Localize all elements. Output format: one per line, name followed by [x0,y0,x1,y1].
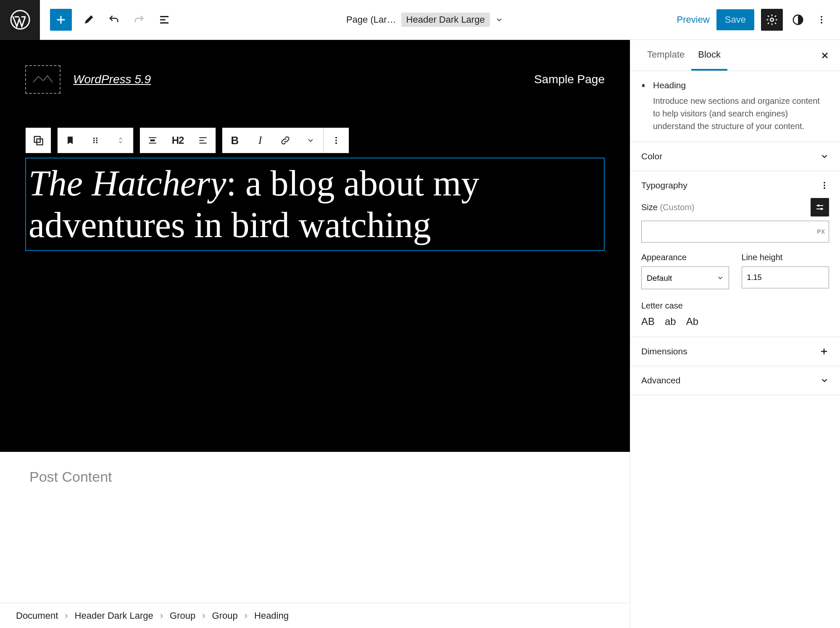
svg-point-16 [335,140,337,141]
font-size-input[interactable] [641,221,829,243]
settings-button[interactable] [761,9,783,31]
close-sidebar-button[interactable] [820,50,830,61]
letter-case-capitalize[interactable]: Ab [686,316,698,327]
list-view-button[interactable] [156,11,173,28]
tab-block[interactable]: Block [691,40,727,71]
align-button[interactable] [140,128,165,153]
svg-point-13 [96,142,97,143]
template-name-badge[interactable]: Header Dark Large [401,13,490,27]
breadcrumb-separator: › [245,610,248,621]
heading-block-selected[interactable]: The Hatchery: a blog about my adventures… [25,158,605,251]
move-up-down-button[interactable] [108,128,133,153]
chevron-up-down-icon [116,135,125,146]
block-more-options-button[interactable] [324,128,349,153]
tab-template[interactable]: Template [640,40,691,71]
header-dark-large-block: WordPress 5.9 Sample Page [0,40,630,452]
dimensions-panel[interactable]: Dimensions [630,337,840,366]
letter-case-lowercase[interactable]: ab [665,316,676,327]
panel-label: Advanced [641,375,680,385]
select-parent-button[interactable] [26,128,51,153]
post-content-block[interactable]: Post Content [0,452,630,502]
svg-point-1 [770,18,774,21]
line-height-label: Line height [742,253,829,262]
pencil-icon [83,14,95,26]
chevron-down-icon [820,376,829,385]
more-vertical-icon [816,15,827,25]
panel-label: Color [641,151,662,161]
preview-button[interactable]: Preview [677,14,710,25]
svg-point-8 [93,137,95,139]
link-button[interactable] [273,128,298,153]
italic-button[interactable]: I [248,128,273,153]
bookmark-icon [65,135,75,145]
advanced-panel[interactable]: Advanced [630,366,840,395]
bookmark-icon [641,80,645,91]
chevron-down-icon [306,136,315,145]
drag-icon [91,136,100,145]
text-align-button[interactable] [190,128,216,153]
edit-mode-button[interactable] [80,11,97,28]
block-info-panel: Heading Introduce new sections and organ… [630,71,840,142]
redo-button[interactable] [131,11,147,28]
appearance-label: Appearance [641,253,729,262]
styles-button[interactable] [790,11,806,28]
svg-point-11 [96,140,97,141]
wordpress-icon [10,10,30,30]
typography-options-button[interactable] [820,181,829,190]
plus-icon [819,346,829,356]
size-preset-toggle[interactable] [811,198,829,216]
redo-icon [133,14,145,26]
image-placeholder-icon [32,73,53,86]
svg-point-21 [818,205,820,207]
chevron-down-icon [495,16,503,24]
add-block-button[interactable] [50,9,72,31]
svg-point-9 [96,137,97,139]
text-align-left-icon [197,135,208,146]
breadcrumb-item[interactable]: Heading [254,610,289,621]
more-rich-text-button[interactable] [298,128,323,153]
align-icon [147,135,158,146]
svg-rect-14 [150,140,155,141]
save-button[interactable]: Save [716,9,754,30]
list-view-icon [158,13,171,26]
appearance-select[interactable]: Default [641,267,729,289]
top-toolbar: Page (Lar… Header Dark Large Preview Sav… [0,0,840,40]
svg-point-5 [821,22,822,24]
heading-level-button[interactable]: H2 [165,128,190,153]
svg-point-18 [824,182,825,184]
parent-block-icon [32,135,44,146]
breadcrumb-item[interactable]: Group [212,610,238,621]
gear-icon [766,13,778,26]
letter-case-label: Letter case [641,301,829,311]
letter-case-uppercase[interactable]: AB [641,316,655,327]
size-unit-label[interactable]: PX [817,228,825,235]
svg-point-20 [824,187,825,189]
svg-point-22 [821,208,823,210]
svg-point-15 [335,137,337,139]
document-type-label: Page (Lar… [346,14,396,25]
nav-link-sample-page[interactable]: Sample Page [534,73,605,86]
plus-icon [55,14,67,26]
drag-handle[interactable] [83,128,108,153]
line-height-input[interactable] [742,267,829,288]
svg-point-17 [335,142,337,144]
wordpress-logo[interactable] [0,0,40,40]
undo-icon [108,14,120,26]
settings-sidebar: Template Block Heading Introduce new sec… [630,40,840,628]
document-info: Page (Lar… Header Dark Large [183,13,667,27]
breadcrumb-item[interactable]: Header Dark Large [75,610,153,621]
heading-block-icon-button[interactable] [58,128,83,153]
close-icon [820,50,830,61]
site-title[interactable]: WordPress 5.9 [73,73,534,86]
more-options-button[interactable] [813,11,830,28]
more-vertical-icon [820,181,829,190]
breadcrumb echo-item[interactable]: Document [16,610,58,621]
template-dropdown[interactable] [495,16,503,24]
bold-button[interactable]: B [222,128,248,153]
color-panel[interactable]: Color [630,142,840,171]
breadcrumb-item[interactable]: Group [170,610,195,621]
undo-button[interactable] [105,11,122,28]
contrast-icon [792,13,804,26]
heading-text[interactable]: The Hatchery: a blog about my adventures… [26,158,604,250]
site-logo-placeholder[interactable] [25,65,61,94]
